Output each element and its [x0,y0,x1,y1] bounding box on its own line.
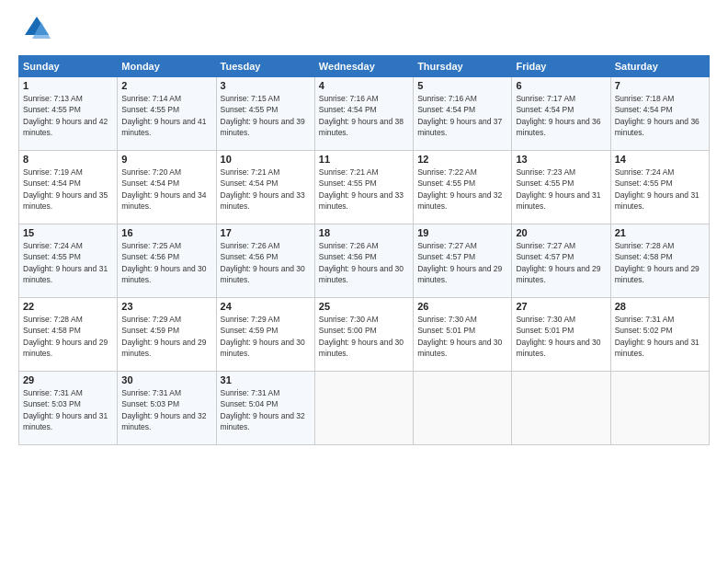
page: Sunday Monday Tuesday Wednesday Thursday… [0,0,728,563]
day-number: 31 [221,374,311,385]
day-number: 24 [221,301,311,312]
calendar-cell: 15 Sunrise: 7:24 AMSunset: 4:55 PMDaylig… [19,224,118,298]
day-info: Sunrise: 7:30 AMSunset: 5:01 PMDaylight:… [417,315,502,358]
day-number: 19 [417,227,507,238]
calendar-cell: 28 Sunrise: 7:31 AMSunset: 5:02 PMDaylig… [610,298,709,372]
day-info: Sunrise: 7:31 AMSunset: 5:02 PMDaylight:… [615,315,700,358]
calendar-cell: 21 Sunrise: 7:28 AMSunset: 4:58 PMDaylig… [610,224,709,298]
day-info: Sunrise: 7:23 AMSunset: 4:55 PMDaylight:… [516,167,600,211]
col-thursday: Thursday [414,56,512,77]
day-info: Sunrise: 7:31 AMSunset: 5:03 PMDaylight:… [23,388,108,431]
day-info: Sunrise: 7:31 AMSunset: 5:04 PMDaylight:… [221,388,305,431]
day-number: 3 [221,80,311,91]
calendar-cell: 29 Sunrise: 7:31 AMSunset: 5:03 PMDaylig… [19,372,118,445]
day-number: 20 [516,227,606,238]
logo-icon [23,15,51,46]
day-number: 21 [615,227,705,238]
day-number: 28 [615,301,705,312]
day-number: 13 [516,154,606,165]
day-info: Sunrise: 7:27 AMSunset: 4:57 PMDaylight:… [417,241,502,284]
calendar-cell: 7 Sunrise: 7:18 AMSunset: 4:54 PMDayligh… [610,77,709,151]
day-info: Sunrise: 7:24 AMSunset: 4:55 PMDaylight:… [615,167,700,211]
day-number: 26 [417,301,507,312]
day-info: Sunrise: 7:15 AMSunset: 4:55 PMDaylight:… [221,94,305,137]
calendar-cell: 25 Sunrise: 7:30 AMSunset: 5:00 PMDaylig… [314,298,413,372]
calendar-cell: 10 Sunrise: 7:21 AMSunset: 4:54 PMDaylig… [216,151,314,224]
day-number: 23 [121,301,211,312]
day-number: 9 [121,154,211,165]
day-info: Sunrise: 7:28 AMSunset: 4:58 PMDaylight:… [23,315,108,358]
calendar-cell: 12 Sunrise: 7:22 AMSunset: 4:55 PMDaylig… [414,151,512,224]
day-number: 2 [121,80,211,91]
calendar-cell: 4 Sunrise: 7:16 AMSunset: 4:54 PMDayligh… [314,77,413,151]
calendar-cell: 17 Sunrise: 7:26 AMSunset: 4:56 PMDaylig… [216,224,314,298]
day-info: Sunrise: 7:21 AMSunset: 4:55 PMDaylight:… [319,167,404,211]
col-tuesday: Tuesday [216,56,314,77]
col-monday: Monday [118,56,216,77]
day-number: 18 [319,227,409,238]
day-number: 15 [23,227,113,238]
day-number: 22 [23,301,113,312]
day-info: Sunrise: 7:13 AMSunset: 4:55 PMDaylight:… [23,94,108,137]
col-saturday: Saturday [610,56,709,77]
day-number: 11 [319,154,409,165]
day-number: 27 [516,301,606,312]
day-info: Sunrise: 7:29 AMSunset: 4:59 PMDaylight:… [121,315,206,358]
calendar-cell: 22 Sunrise: 7:28 AMSunset: 4:58 PMDaylig… [19,298,118,372]
calendar-cell: 24 Sunrise: 7:29 AMSunset: 4:59 PMDaylig… [216,298,314,372]
day-info: Sunrise: 7:20 AMSunset: 4:54 PMDaylight:… [121,167,206,211]
col-sunday: Sunday [19,56,118,77]
calendar-cell: 16 Sunrise: 7:25 AMSunset: 4:56 PMDaylig… [118,224,216,298]
calendar-cell [314,372,413,445]
calendar-cell: 18 Sunrise: 7:26 AMSunset: 4:56 PMDaylig… [314,224,413,298]
day-info: Sunrise: 7:19 AMSunset: 4:54 PMDaylight:… [23,167,108,211]
col-wednesday: Wednesday [314,56,413,77]
calendar-header-row: Sunday Monday Tuesday Wednesday Thursday… [19,56,710,77]
calendar-cell: 13 Sunrise: 7:23 AMSunset: 4:55 PMDaylig… [512,151,610,224]
day-info: Sunrise: 7:17 AMSunset: 4:54 PMDaylight:… [516,94,600,137]
logo [18,15,51,46]
day-number: 4 [319,80,409,91]
day-info: Sunrise: 7:30 AMSunset: 5:01 PMDaylight:… [516,315,600,358]
day-number: 25 [319,301,409,312]
calendar-cell: 20 Sunrise: 7:27 AMSunset: 4:57 PMDaylig… [512,224,610,298]
day-number: 16 [121,227,211,238]
calendar-cell: 19 Sunrise: 7:27 AMSunset: 4:57 PMDaylig… [414,224,512,298]
calendar-cell: 27 Sunrise: 7:30 AMSunset: 5:01 PMDaylig… [512,298,610,372]
day-info: Sunrise: 7:26 AMSunset: 4:56 PMDaylight:… [319,241,404,284]
day-info: Sunrise: 7:29 AMSunset: 4:59 PMDaylight:… [221,315,305,358]
calendar-cell: 9 Sunrise: 7:20 AMSunset: 4:54 PMDayligh… [118,151,216,224]
header [18,15,710,46]
calendar-cell: 23 Sunrise: 7:29 AMSunset: 4:59 PMDaylig… [118,298,216,372]
calendar-cell: 6 Sunrise: 7:17 AMSunset: 4:54 PMDayligh… [512,77,610,151]
day-number: 30 [121,374,211,385]
calendar-cell: 26 Sunrise: 7:30 AMSunset: 5:01 PMDaylig… [414,298,512,372]
calendar-cell [414,372,512,445]
calendar: Sunday Monday Tuesday Wednesday Thursday… [18,55,710,445]
calendar-cell: 31 Sunrise: 7:31 AMSunset: 5:04 PMDaylig… [216,372,314,445]
day-number: 7 [615,80,705,91]
calendar-cell: 5 Sunrise: 7:16 AMSunset: 4:54 PMDayligh… [414,77,512,151]
calendar-cell: 2 Sunrise: 7:14 AMSunset: 4:55 PMDayligh… [118,77,216,151]
calendar-cell [610,372,709,445]
calendar-cell: 30 Sunrise: 7:31 AMSunset: 5:03 PMDaylig… [118,372,216,445]
day-info: Sunrise: 7:18 AMSunset: 4:54 PMDaylight:… [615,94,700,137]
col-friday: Friday [512,56,610,77]
calendar-cell: 1 Sunrise: 7:13 AMSunset: 4:55 PMDayligh… [19,77,118,151]
calendar-cell: 8 Sunrise: 7:19 AMSunset: 4:54 PMDayligh… [19,151,118,224]
day-info: Sunrise: 7:26 AMSunset: 4:56 PMDaylight:… [221,241,305,284]
day-number: 12 [417,154,507,165]
day-info: Sunrise: 7:16 AMSunset: 4:54 PMDaylight:… [417,94,502,137]
day-info: Sunrise: 7:21 AMSunset: 4:54 PMDaylight:… [221,167,305,211]
day-number: 8 [23,154,113,165]
calendar-cell: 14 Sunrise: 7:24 AMSunset: 4:55 PMDaylig… [610,151,709,224]
day-info: Sunrise: 7:25 AMSunset: 4:56 PMDaylight:… [121,241,206,284]
day-number: 29 [23,374,113,385]
day-number: 17 [221,227,311,238]
day-info: Sunrise: 7:27 AMSunset: 4:57 PMDaylight:… [516,241,600,284]
day-info: Sunrise: 7:28 AMSunset: 4:58 PMDaylight:… [615,241,700,284]
day-info: Sunrise: 7:22 AMSunset: 4:55 PMDaylight:… [417,167,502,211]
day-info: Sunrise: 7:14 AMSunset: 4:55 PMDaylight:… [121,94,206,137]
day-info: Sunrise: 7:31 AMSunset: 5:03 PMDaylight:… [121,388,206,431]
day-number: 1 [23,80,113,91]
